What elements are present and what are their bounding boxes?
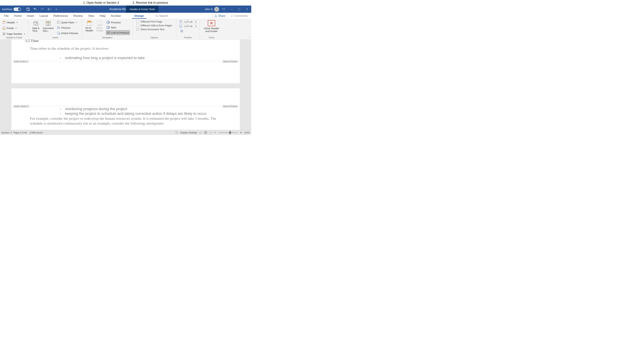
doc-bullet-2: •monitoring progress during the project xyxy=(60,107,127,111)
ribbon-group-position: 1.27 cm ▲▼ 1.27 cm ▲▼ Position xyxy=(176,19,200,40)
group-label-close: Close xyxy=(208,36,214,39)
user-name: John O xyxy=(204,8,213,10)
share-button[interactable]: Share xyxy=(212,14,228,18)
page-number-menu[interactable]: #Page Number▾ xyxy=(2,32,26,36)
zoom-in-button[interactable]: + xyxy=(240,131,242,134)
doc-paragraph-1: Time refers to the schedule of the proje… xyxy=(30,46,109,51)
web-layout-icon[interactable] xyxy=(209,131,212,134)
goto-footer-button: Go toFooter xyxy=(96,20,104,32)
pictures-button[interactable]: Pictures xyxy=(56,26,79,30)
goto-footer-label: Go toFooter xyxy=(96,26,103,32)
undo-icon[interactable] xyxy=(33,7,37,11)
comments-icon xyxy=(231,14,234,17)
same-as-previous-tag-header: Same as Previous xyxy=(222,105,238,108)
svg-text:#: # xyxy=(4,33,4,35)
autosave-toggle[interactable]: AutoSave On xyxy=(0,8,23,11)
svg-rect-17 xyxy=(49,22,50,23)
ribbon-tabs: File Home Insert Layout References Revie… xyxy=(0,13,251,19)
share-icon xyxy=(214,14,217,17)
show-document-text-checkbox[interactable]: ✓Show Document Text xyxy=(136,28,164,31)
goto-header-button[interactable]: Go toHeader xyxy=(85,20,94,32)
tab-design[interactable]: Design xyxy=(132,13,146,19)
doc-name: Academia Word xyxy=(110,8,128,11)
tab-layout[interactable]: Layout xyxy=(37,13,50,19)
maximize-icon[interactable] xyxy=(236,7,242,12)
online-pictures-button[interactable]: Online Pictures xyxy=(56,31,79,35)
close-header-footer-button[interactable]: ✕ Close Header and Footer xyxy=(204,20,219,32)
footer-menu[interactable]: Footer▾ xyxy=(2,26,17,30)
instruction-step-2: 2. Remove link to previous xyxy=(132,1,168,4)
search-icon xyxy=(156,14,158,17)
tab-references[interactable]: References xyxy=(51,13,70,19)
save-icon[interactable] xyxy=(26,7,30,11)
svg-rect-27 xyxy=(98,24,102,26)
close-window-icon[interactable]: ✕ xyxy=(244,7,250,12)
svg-rect-18 xyxy=(57,21,60,24)
tab-home[interactable]: Home xyxy=(12,13,24,19)
search-box[interactable]: Search xyxy=(156,14,168,18)
doc-paragraph-2: For example, consider the project to red… xyxy=(30,116,230,126)
redo-icon[interactable] xyxy=(40,7,44,11)
display-settings-label[interactable]: Display Settings xyxy=(180,131,197,134)
instruction-bar: 1. Open footer in Section 3 2. Remove li… xyxy=(0,0,251,6)
link-to-previous-button[interactable]: Link to Previous xyxy=(106,30,130,35)
comments-button[interactable]: Comments xyxy=(229,14,250,18)
zoom-level[interactable]: 120% xyxy=(244,131,250,134)
ribbon-group-insert: Date &Time DocumentInfo ▾ Quick Parts▾ P… xyxy=(28,19,82,40)
touch-mode-icon[interactable]: ▾ xyxy=(47,7,51,11)
page-next: Header -Section 3- Same as Previous •mon… xyxy=(12,88,240,130)
zoom-out-button[interactable]: − xyxy=(214,131,216,134)
document-canvas[interactable]: 1.2 Time Time refers to the schedule of … xyxy=(0,40,251,130)
svg-rect-38 xyxy=(210,132,212,134)
tab-help[interactable]: Help xyxy=(97,13,108,19)
minimize-icon[interactable]: ─ xyxy=(228,7,234,12)
toggle-knob xyxy=(18,8,21,10)
document-info-button[interactable]: DocumentInfo ▾ xyxy=(42,20,54,32)
status-section[interactable]: Section: 3 xyxy=(1,131,12,134)
date-time-button[interactable]: Date &Time xyxy=(32,20,40,32)
read-mode-icon[interactable] xyxy=(199,131,202,134)
footer-section-tag: Footer -Section 3- xyxy=(14,60,28,63)
autosave-label: AutoSave xyxy=(2,8,12,10)
different-odd-even-checkbox[interactable]: Different Odd & Even Pages xyxy=(136,24,172,27)
svg-point-5 xyxy=(156,15,157,16)
status-words[interactable]: 11586 words xyxy=(29,131,43,134)
different-first-page-checkbox[interactable]: Different First Page xyxy=(136,20,162,23)
date-time-label: Date &Time xyxy=(32,27,40,32)
ribbon-display-options-icon[interactable] xyxy=(221,7,227,12)
svg-rect-19 xyxy=(58,22,58,22)
zoom-slider[interactable] xyxy=(218,132,238,133)
tab-file[interactable]: File xyxy=(2,13,11,19)
svg-rect-25 xyxy=(87,21,91,22)
svg-rect-16 xyxy=(46,22,48,23)
collapse-ribbon-icon[interactable]: ⌃ xyxy=(248,36,250,39)
insert-alignment-tab-button[interactable] xyxy=(179,29,184,33)
tab-insert[interactable]: Insert xyxy=(25,13,36,19)
next-button[interactable]: Next xyxy=(106,25,130,30)
footer-bottom-value[interactable]: 1.27 cm xyxy=(184,24,194,28)
svg-rect-34 xyxy=(176,132,178,133)
previous-button[interactable]: Previous xyxy=(106,20,130,24)
search-label: Search xyxy=(159,14,168,18)
close-x-icon: ✕ xyxy=(208,20,215,26)
quick-parts-button[interactable]: Quick Parts▾ xyxy=(56,20,79,24)
contextual-tab-header-footer-tools: Header & Footer Tools xyxy=(126,6,158,13)
header-from-top-spinner[interactable]: 1.27 cm ▲▼ xyxy=(179,20,197,24)
instruction-step-1: 1. Open footer in Section 3 xyxy=(83,1,119,4)
tab-acrobat[interactable]: Acrobat xyxy=(108,13,123,19)
footer-from-bottom-spinner[interactable]: 1.27 cm ▲▼ xyxy=(179,24,197,28)
display-settings-icon[interactable] xyxy=(175,131,178,134)
status-page[interactable]: Page 4 of 46 xyxy=(14,131,27,134)
customize-qat-icon[interactable]: ▾ xyxy=(54,7,58,11)
print-layout-icon[interactable] xyxy=(204,131,207,134)
autosave-switch[interactable]: On xyxy=(14,8,21,11)
ribbon-group-navigation: Go toHeader Go toFooter Previous Next Li… xyxy=(82,19,132,40)
doc-bullet-3: •keeping the project to schedule and tak… xyxy=(60,112,206,116)
tab-review[interactable]: Review xyxy=(71,13,85,19)
header-menu[interactable]: Header▾ xyxy=(2,20,18,24)
tab-view[interactable]: View xyxy=(86,13,97,19)
quick-access-toolbar: ▾ ▾ xyxy=(26,7,58,11)
zoom-thumb[interactable] xyxy=(230,131,231,134)
header-top-value[interactable]: 1.27 cm xyxy=(184,20,194,24)
user-avatar[interactable]: JO xyxy=(214,7,219,12)
